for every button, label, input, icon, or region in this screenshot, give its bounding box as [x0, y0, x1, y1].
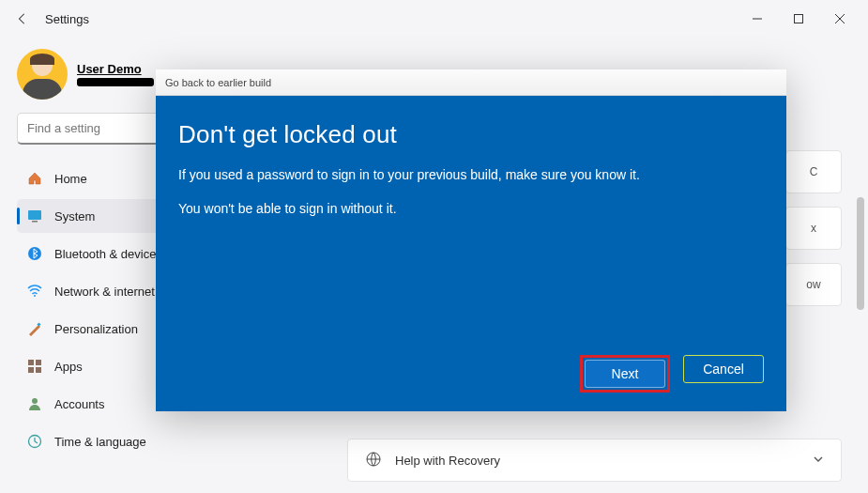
network-icon: [26, 283, 43, 300]
accounts-icon: [26, 395, 43, 412]
maximize-button[interactable]: [778, 5, 819, 33]
nav-label: Time & language: [54, 435, 146, 449]
svg-rect-8: [36, 360, 41, 365]
titlebar: Settings: [0, 0, 868, 38]
nav-item-bluetooth[interactable]: Bluetooth & devices: [17, 237, 178, 270]
svg-rect-9: [28, 367, 34, 373]
svg-point-5: [34, 295, 36, 297]
minimize-button[interactable]: [737, 5, 778, 33]
svg-point-11: [32, 398, 38, 404]
nav-item-home[interactable]: Home: [17, 162, 178, 195]
nav-label: Home: [54, 172, 87, 186]
nav-item-time[interactable]: Time & language: [17, 424, 178, 458]
next-button[interactable]: Next: [585, 360, 665, 388]
svg-rect-3: [32, 221, 38, 223]
nav-label: Bluetooth & devices: [54, 247, 162, 261]
nav-label: Network & internet: [54, 285, 155, 299]
time-icon: [26, 433, 43, 450]
nav-item-apps[interactable]: Apps: [17, 349, 178, 383]
card-peek[interactable]: C: [785, 150, 842, 193]
globe-icon: [365, 451, 382, 470]
scrollbar-thumb[interactable]: [857, 197, 864, 310]
svg-rect-2: [28, 210, 41, 220]
svg-rect-7: [28, 360, 34, 365]
apps-icon: [26, 358, 43, 375]
help-label: Help with Recovery: [395, 454, 500, 468]
dialog-titlebar: Go back to earlier build: [156, 69, 786, 96]
close-icon: [835, 14, 845, 23]
card-peek[interactable]: ow: [785, 263, 842, 306]
chevron-down-icon: [813, 454, 824, 468]
help-panel[interactable]: Help with Recovery: [347, 439, 842, 482]
avatar: [17, 49, 68, 100]
nav-label: Personalization: [54, 322, 138, 336]
home-icon: [26, 170, 43, 187]
profile-email-redacted: [77, 78, 154, 86]
profile-name: User Demo: [77, 62, 154, 76]
nav-item-system[interactable]: System: [17, 199, 178, 233]
cancel-button[interactable]: Cancel: [683, 355, 764, 383]
nav-label: Apps: [54, 360, 83, 374]
profile[interactable]: User Demo: [17, 49, 178, 100]
personalization-icon: [26, 320, 43, 337]
window-title: Settings: [45, 12, 89, 26]
dialog-heading: Don't get locked out: [178, 120, 764, 149]
system-icon: [26, 208, 43, 224]
nav-item-accounts[interactable]: Accounts: [17, 387, 178, 421]
dialog-paragraph: If you used a password to sign in to you…: [178, 166, 764, 185]
nav-item-network[interactable]: Network & internet: [17, 274, 178, 308]
search-input[interactable]: Find a setting: [17, 113, 178, 145]
search-placeholder: Find a setting: [27, 121, 100, 135]
dialog-body: Don't get locked out If you used a passw…: [156, 96, 786, 411]
svg-rect-10: [36, 367, 41, 373]
nav-list: Home System Bluetooth & devices Network …: [17, 162, 178, 458]
back-button[interactable]: [8, 4, 38, 34]
svg-rect-1: [795, 15, 803, 23]
nav-item-personalization[interactable]: Personalization: [17, 312, 178, 346]
maximize-icon: [794, 14, 803, 23]
annotation-highlight: Next: [580, 355, 670, 393]
dialog-title-text: Go back to earlier build: [165, 77, 271, 88]
nav-label: Accounts: [54, 397, 104, 411]
rollback-dialog: Go back to earlier build Don't get locke…: [156, 69, 786, 411]
bluetooth-icon: [26, 245, 43, 262]
arrow-left-icon: [16, 12, 29, 25]
card-peek[interactable]: x: [785, 207, 842, 250]
minimize-icon: [753, 14, 762, 23]
dialog-paragraph: You won't be able to sign in without it.: [178, 200, 764, 219]
nav-label: System: [54, 209, 95, 223]
close-button[interactable]: [819, 5, 860, 33]
